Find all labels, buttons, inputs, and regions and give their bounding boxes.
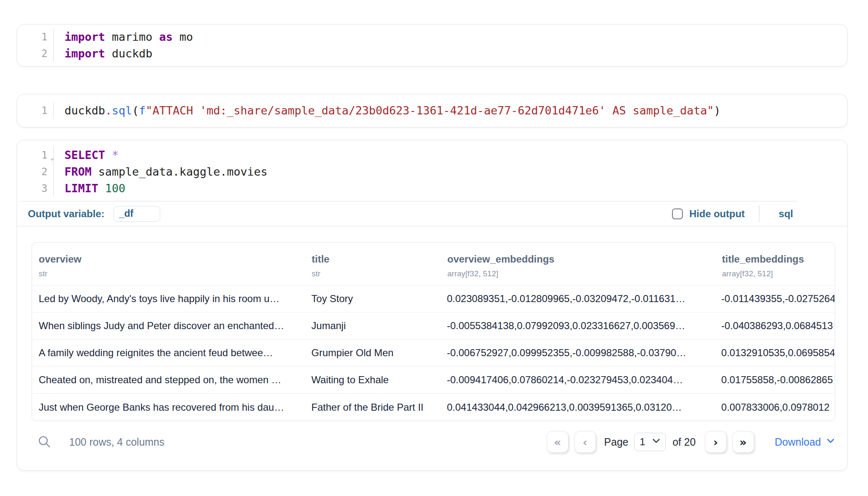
table-row[interactable]: Led by Woody, Andy's toys live happily i…: [32, 285, 835, 312]
code-token: sample_data.kaggle.movies: [92, 165, 268, 178]
column-header-title[interactable]: titlestr: [305, 253, 442, 278]
cell-output-area: overviewstrtitlestroverview_embeddingsar…: [17, 226, 847, 470]
next-page-button[interactable]: ›: [705, 431, 727, 453]
cell-title: Father of the Bride Part II: [304, 402, 441, 413]
table-row[interactable]: Just when George Banks has recovered fro…: [32, 394, 835, 421]
column-name: overview_embeddings: [447, 253, 717, 265]
hide-output-checkbox[interactable]: [672, 208, 683, 219]
code-token: (: [132, 104, 139, 117]
notebook-page: 12import marimo as moimport duckdb 1duck…: [0, 0, 868, 471]
code-token: duckdb: [64, 104, 105, 117]
code-token: FROM: [64, 165, 92, 178]
code-token: duckdb: [105, 47, 153, 60]
prev-page-button[interactable]: ‹: [574, 431, 596, 453]
last-page-button[interactable]: »: [732, 431, 754, 453]
code-token: *: [112, 149, 119, 161]
code-token: .: [105, 104, 112, 117]
code-token: import: [64, 30, 105, 43]
cell-overview_embeddings: 0.023089351,-0.012809965,-0.03209472,-0.…: [441, 293, 716, 305]
code-cell-imports: 12import marimo as moimport duckdb: [17, 24, 848, 67]
column-dtype: array[f32, 512]: [447, 269, 717, 278]
output-variable-input[interactable]: [114, 206, 160, 222]
cell-overview: Led by Woody, Andy's toys live happily i…: [32, 293, 304, 305]
code-token: 100: [105, 182, 126, 195]
sql-editor[interactable]: 1⌄23SELECT *FROM sample_data.kaggle.movi…: [17, 140, 847, 201]
code-token: import: [64, 47, 105, 60]
line-number: 2: [17, 45, 47, 62]
column-header-overview_embeddings[interactable]: overview_embeddingsarray[f32, 512]: [442, 253, 717, 278]
code-token: [105, 149, 112, 161]
line-number: 1: [17, 29, 47, 45]
page-select[interactable]: 1: [634, 433, 666, 451]
sql-query-cell: 1⌄23SELECT *FROM sample_data.kaggle.movi…: [17, 140, 848, 471]
line-number: 2: [17, 164, 47, 180]
table-header-row: overviewstrtitlestroverview_embeddingsar…: [32, 243, 835, 285]
code-editor[interactable]: 1duckdb.sql(f"ATTACH 'md:_share/sample_d…: [17, 94, 847, 127]
chevron-down-icon: [652, 438, 660, 446]
column-dtype: array[f32, 512]: [722, 269, 835, 278]
code-line: LIMIT 100: [64, 180, 268, 197]
table-row[interactable]: A family wedding reignites the ancient f…: [32, 340, 835, 367]
column-header-title_embeddings[interactable]: title_embeddingsarray[f32, 512]: [717, 253, 835, 278]
line-number: 1⌄: [17, 147, 47, 164]
cell-title: Waiting to Exhale: [304, 374, 441, 386]
table-footer: 100 rows, 4 columns « ‹ Page 1 of 20 › »: [32, 431, 835, 453]
column-name: overview: [39, 253, 305, 265]
table-row[interactable]: Cheated on, mistreated and stepped on, t…: [32, 367, 835, 394]
cell-title: Toy Story: [304, 293, 441, 305]
cell-title_embeddings: 0.007833006,0.0978012: [716, 402, 835, 413]
footer-divider: [759, 205, 760, 223]
download-button[interactable]: Download: [775, 436, 835, 448]
code-token: f: [139, 104, 146, 117]
code-token: mo: [173, 30, 193, 43]
code-line: import duckdb: [64, 45, 193, 62]
cell-title: Grumpier Old Men: [304, 347, 441, 359]
page-select-value: 1: [640, 436, 645, 448]
row-count-summary: 100 rows, 4 columns: [69, 436, 164, 448]
column-dtype: str: [312, 269, 442, 278]
line-number: 1: [17, 102, 47, 119]
output-variable-label: Output variable:: [28, 208, 104, 220]
column-header-overview[interactable]: overviewstr: [32, 253, 305, 278]
cell-title_embeddings: 0.01755858,-0.00862865: [716, 374, 835, 386]
sql-cell-footer: Output variable: Hide output sql: [17, 201, 847, 226]
code-line: FROM sample_data.kaggle.movies: [64, 164, 268, 180]
column-name: title: [312, 253, 442, 265]
search-icon[interactable]: [37, 435, 52, 449]
code-token: "ATTACH 'md:_share/sample_data/23b0d623-…: [146, 104, 714, 117]
code-line: duckdb.sql(f"ATTACH 'md:_share/sample_da…: [64, 102, 721, 119]
cell-overview_embeddings: -0.006752927,0.099952355,-0.009982588,-0…: [441, 347, 716, 359]
pagination: « ‹ Page 1 of 20 › » Download: [547, 431, 835, 453]
chevron-down-icon: [826, 438, 835, 446]
download-label: Download: [775, 436, 821, 448]
column-dtype: str: [39, 269, 305, 278]
cell-overview: When siblings Judy and Peter discover an…: [32, 320, 304, 332]
code-token: sql: [112, 104, 132, 117]
code-content[interactable]: import marimo as moimport duckdb: [54, 29, 193, 62]
fold-chevron-icon[interactable]: ⌄: [50, 149, 54, 166]
table-body: Led by Woody, Andy's toys live happily i…: [32, 285, 835, 421]
code-token: [98, 182, 105, 195]
cell-overview: Cheated on, mistreated and stepped on, t…: [32, 374, 304, 386]
column-name: title_embeddings: [722, 253, 835, 265]
first-page-button[interactable]: «: [547, 431, 568, 453]
line-number-gutter: 12: [17, 29, 54, 62]
code-editor[interactable]: 12import marimo as moimport duckdb: [17, 25, 847, 66]
cell-title_embeddings: -0.040386293,0.0684513: [716, 320, 835, 332]
code-content[interactable]: duckdb.sql(f"ATTACH 'md:_share/sample_da…: [54, 102, 721, 119]
line-number-gutter: 1⌄23: [17, 147, 54, 197]
code-token: marimo: [105, 30, 159, 43]
line-number: 3: [17, 180, 47, 197]
cell-overview_embeddings: 0.041433044,0.042966213,0.0039591365,0.0…: [441, 402, 716, 413]
cell-overview_embeddings: -0.009417406,0.07860214,-0.023279453,0.0…: [441, 374, 716, 386]
cell-overview: A family wedding reignites the ancient f…: [32, 347, 304, 359]
code-content[interactable]: SELECT *FROM sample_data.kaggle.moviesLI…: [54, 147, 268, 197]
language-badge[interactable]: sql: [779, 208, 793, 220]
line-number-gutter: 1: [17, 102, 54, 119]
hide-output-label[interactable]: Hide output: [689, 208, 745, 220]
code-line: SELECT *: [64, 147, 268, 164]
table-row[interactable]: When siblings Judy and Peter discover an…: [32, 312, 835, 340]
code-token: LIMIT: [64, 182, 98, 195]
code-cell-attach: 1duckdb.sql(f"ATTACH 'md:_share/sample_d…: [17, 94, 848, 127]
code-token: SELECT: [64, 149, 105, 161]
